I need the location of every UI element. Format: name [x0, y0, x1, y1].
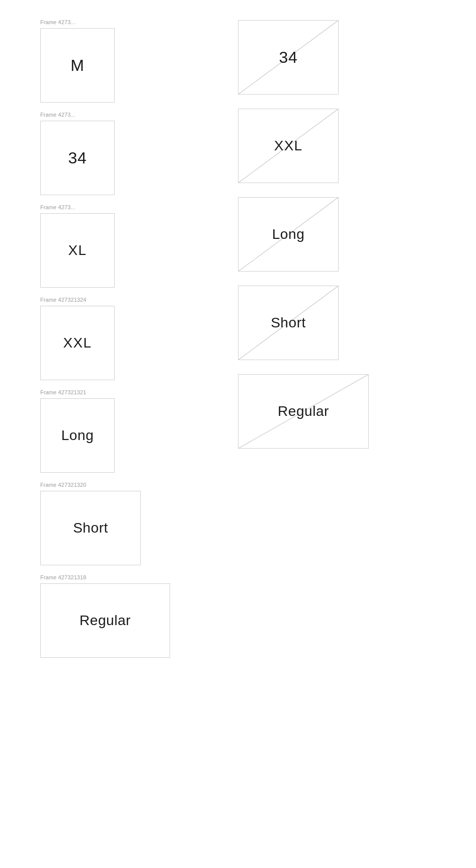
size-box-xl[interactable]: XL [40, 213, 115, 288]
size-value-right-short: Short [271, 315, 306, 331]
right-frame-group-regular: Regular [238, 374, 436, 449]
size-value-right-regular: Regular [278, 403, 329, 419]
size-value-34: 34 [68, 149, 87, 167]
size-box-m[interactable]: M [40, 28, 115, 103]
size-box-regular[interactable]: Regular [40, 583, 170, 658]
size-box-right-regular[interactable]: Regular [238, 374, 369, 449]
left-column: Frame 4273... M Frame 4273... 34 Frame 4… [40, 15, 238, 663]
frame-label-xxl: Frame 427321324 [40, 297, 238, 303]
frame-group-regular: Frame 427321318 Regular [40, 570, 238, 658]
size-value-regular: Regular [80, 613, 131, 629]
size-box-right-short[interactable]: Short [238, 286, 339, 360]
frame-group-xxl: Frame 427321324 XXL [40, 293, 238, 380]
size-value-short: Short [73, 520, 108, 536]
frame-group-xl: Frame 4273... XL [40, 200, 238, 288]
frame-label-34: Frame 4273... [40, 112, 238, 118]
right-frame-group-short: Short [238, 286, 436, 360]
frame-label-m: Frame 4273... [40, 19, 238, 25]
right-frame-group-xxl: XXL [238, 109, 436, 183]
size-box-xxl[interactable]: XXL [40, 306, 115, 380]
frame-label-long: Frame 427321321 [40, 389, 238, 395]
size-box-34[interactable]: 34 [40, 121, 115, 195]
size-box-right-long[interactable]: Long [238, 197, 339, 272]
frame-group-m: Frame 4273... M [40, 15, 238, 103]
frame-group-34: Frame 4273... 34 [40, 108, 238, 195]
size-value-right-long: Long [272, 226, 305, 242]
right-column: 34 XXL Long Sh [238, 15, 436, 454]
frame-label-short: Frame 427321320 [40, 482, 238, 488]
size-value-long: Long [61, 427, 94, 444]
size-value-m: M [70, 56, 84, 75]
frame-group-long: Frame 427321321 Long [40, 385, 238, 473]
frame-label-regular: Frame 427321318 [40, 574, 238, 580]
size-box-short[interactable]: Short [40, 491, 141, 565]
main-container: Frame 4273... M Frame 4273... 34 Frame 4… [0, 10, 476, 668]
size-box-right-34[interactable]: 34 [238, 20, 339, 95]
size-value-xxl: XXL [63, 335, 92, 351]
size-value-right-xxl: XXL [274, 138, 302, 154]
right-frame-group-34: 34 [238, 20, 436, 95]
right-frame-group-long: Long [238, 197, 436, 272]
frame-group-short: Frame 427321320 Short [40, 478, 238, 565]
size-box-right-xxl[interactable]: XXL [238, 109, 339, 183]
size-value-right-34: 34 [279, 48, 298, 67]
frame-label-xl: Frame 4273... [40, 204, 238, 210]
size-box-long[interactable]: Long [40, 398, 115, 473]
size-value-xl: XL [68, 242, 87, 258]
